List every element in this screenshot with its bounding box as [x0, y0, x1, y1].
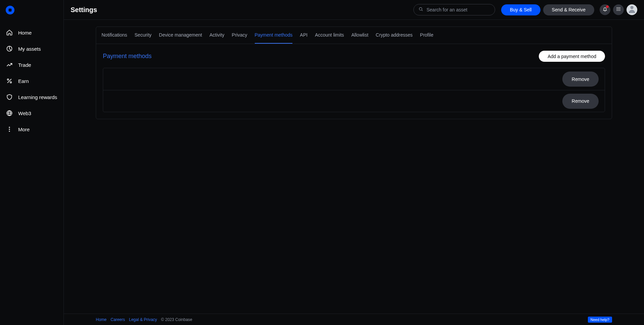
shield-icon — [6, 94, 13, 100]
buy-sell-button[interactable]: Buy & Sell — [501, 4, 540, 15]
tab-profile[interactable]: Profile — [420, 32, 434, 44]
main-content: Notifications Security Device management… — [64, 20, 644, 314]
tab-device-management[interactable]: Device management — [159, 32, 202, 44]
footer-link-legal-privacy[interactable]: Legal & Privacy — [129, 317, 157, 322]
payment-methods-list: Remove Remove — [103, 68, 605, 112]
svg-point-16 — [617, 10, 617, 11]
page-title: Settings — [71, 6, 97, 14]
payment-method-row: Remove — [103, 90, 605, 112]
payment-methods-section: Payment methods Add a payment method Rem… — [96, 44, 612, 119]
footer-link-careers[interactable]: Careers — [111, 317, 125, 322]
avatar[interactable] — [627, 4, 637, 15]
section-head: Payment methods Add a payment method — [103, 51, 605, 62]
tab-crypto-addresses[interactable]: Crypto addresses — [376, 32, 413, 44]
percent-icon — [6, 78, 13, 84]
search-input[interactable] — [427, 7, 490, 12]
pie-chart-icon — [6, 45, 13, 52]
add-payment-method-button[interactable]: Add a payment method — [539, 51, 605, 62]
settings-card: Notifications Security Device management… — [96, 27, 612, 119]
sidebar-item-learning-rewards[interactable]: Learning rewards — [0, 89, 64, 105]
svg-point-19 — [630, 6, 633, 9]
sidebar-item-label: My assets — [18, 46, 41, 52]
tab-payment-methods[interactable]: Payment methods — [255, 32, 293, 44]
sidebar-item-earn[interactable]: Earn — [0, 73, 64, 89]
settings-tabs: Notifications Security Device management… — [96, 27, 612, 44]
home-icon — [6, 29, 13, 36]
svg-point-10 — [617, 7, 617, 8]
sidebar-nav: Home My assets Trade Earn Learning rewar — [0, 20, 64, 137]
svg-point-18 — [619, 10, 620, 11]
svg-point-4 — [10, 82, 11, 83]
sidebar-item-label: Web3 — [18, 110, 31, 116]
svg-point-17 — [618, 10, 619, 11]
svg-rect-1 — [9, 8, 12, 11]
remove-payment-method-button[interactable]: Remove — [562, 72, 599, 87]
tab-privacy[interactable]: Privacy — [232, 32, 247, 44]
payment-method-row: Remove — [103, 68, 605, 90]
svg-point-9 — [419, 7, 422, 10]
sidebar-item-trade[interactable]: Trade — [0, 57, 64, 73]
tab-activity[interactable]: Activity — [209, 32, 224, 44]
svg-point-12 — [619, 7, 620, 8]
sidebar-item-web3[interactable]: Web3 — [0, 105, 64, 121]
send-receive-button[interactable]: Send & Receive — [543, 4, 594, 15]
more-icon — [6, 126, 13, 133]
sidebar-item-home[interactable]: Home — [0, 25, 64, 41]
svg-point-3 — [7, 79, 9, 80]
tab-api[interactable]: API — [300, 32, 308, 44]
apps-grid-icon — [616, 7, 621, 13]
sidebar: Home My assets Trade Earn Learning rewar — [0, 0, 64, 325]
sidebar-item-my-assets[interactable]: My assets — [0, 41, 64, 57]
sidebar-item-label: Learning rewards — [18, 94, 57, 100]
tab-allowlist[interactable]: Allowlist — [351, 32, 368, 44]
notifications-button[interactable] — [600, 4, 610, 15]
svg-point-11 — [618, 7, 619, 8]
svg-point-13 — [617, 9, 617, 9]
user-icon — [627, 4, 637, 15]
sidebar-item-label: Home — [18, 30, 32, 36]
header: Settings Buy & Sell Send & Receive — [64, 0, 644, 20]
apps-button[interactable] — [613, 4, 624, 15]
tab-security[interactable]: Security — [134, 32, 152, 44]
coinbase-logo[interactable] — [6, 6, 14, 14]
remove-payment-method-button[interactable]: Remove — [562, 94, 599, 109]
tab-notifications[interactable]: Notifications — [102, 32, 127, 44]
logo-wrap — [0, 0, 64, 20]
svg-point-8 — [9, 131, 10, 132]
globe-icon — [6, 110, 13, 117]
sidebar-item-more[interactable]: More — [0, 121, 64, 137]
svg-point-7 — [9, 129, 10, 130]
trade-icon — [6, 61, 13, 68]
footer-link-home[interactable]: Home — [96, 317, 107, 322]
footer-copyright: © 2023 Coinbase — [161, 317, 192, 322]
footer: Home Careers Legal & Privacy © 2023 Coin… — [64, 314, 644, 325]
svg-point-14 — [618, 9, 619, 9]
svg-point-15 — [619, 9, 620, 9]
svg-point-6 — [9, 127, 10, 128]
need-help-button[interactable]: Need help? — [588, 317, 612, 323]
sidebar-item-label: Trade — [18, 62, 31, 68]
search-wrap[interactable] — [413, 4, 495, 15]
section-title: Payment methods — [103, 53, 152, 60]
sidebar-item-label: More — [18, 127, 30, 132]
notification-dot — [606, 5, 609, 8]
tab-account-limits[interactable]: Account limits — [315, 32, 344, 44]
sidebar-item-label: Earn — [18, 78, 29, 84]
search-icon — [418, 7, 423, 13]
